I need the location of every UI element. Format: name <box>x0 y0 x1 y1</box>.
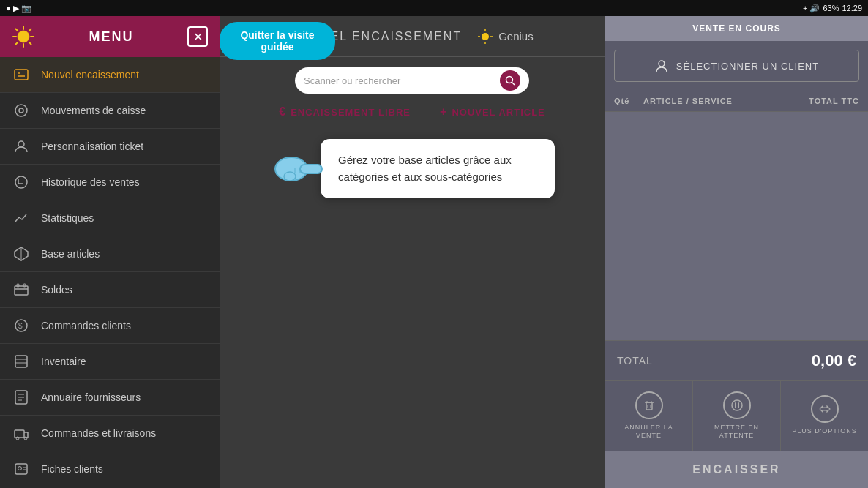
sidebar-item-inventaire[interactable]: Inventaire <box>0 344 220 380</box>
sidebar-label-statistiques: Statistiques <box>41 212 208 224</box>
plus-options-label: PLUS D'OPTIONS <box>792 427 857 436</box>
svg-point-0 <box>18 31 29 42</box>
svg-point-35 <box>18 467 22 470</box>
livraisons-icon <box>12 424 31 443</box>
plus-icon: + <box>440 105 447 119</box>
svg-rect-53 <box>300 165 322 173</box>
genius-badge: Genius <box>476 28 534 45</box>
svg-point-54 <box>284 172 296 181</box>
svg-rect-9 <box>15 70 28 80</box>
svg-point-45 <box>482 33 489 40</box>
sidebar-nav: Nouvel encaissement Mouvements de caisse <box>0 57 220 488</box>
status-bar: ● ▶ 📷 + 🔊 63% 12:29 <box>0 0 868 16</box>
svg-rect-65 <box>738 402 739 408</box>
annuler-vente-button[interactable]: ANNULER LAVENTE <box>605 381 693 451</box>
sidebar-label-historique: Historique des ventes <box>41 176 208 188</box>
genius-sun-icon <box>476 28 494 45</box>
svg-rect-64 <box>735 402 736 408</box>
vente-en-cours-tab[interactable]: VENTE EN COURS <box>605 16 868 41</box>
search-bar-row: Scanner ou rechercher <box>220 57 605 100</box>
table-body <box>605 112 868 340</box>
svg-line-8 <box>16 42 18 45</box>
sidebar-label-soldes: Soldes <box>41 284 208 296</box>
arrows-icon <box>811 395 839 423</box>
plus-options-button[interactable]: PLUS D'OPTIONS <box>781 381 868 451</box>
inventaire-icon <box>12 352 31 371</box>
svg-text:$: $ <box>18 322 23 330</box>
status-bar-left: ● ▶ 📷 <box>6 4 31 13</box>
col-qte: Qté <box>614 97 643 105</box>
pause-icon <box>723 391 751 419</box>
genius-label: Genius <box>498 30 534 42</box>
svg-point-14 <box>18 141 24 147</box>
sidebar-item-annuaire-fournisseurs[interactable]: Annuaire fournisseurs <box>0 380 220 416</box>
svg-rect-24 <box>15 356 27 367</box>
table-header: Qté ARTICLE / SERVICE TOTAL TTC <box>605 91 868 112</box>
svg-line-51 <box>512 83 515 86</box>
close-menu-button[interactable]: ✕ <box>187 26 208 47</box>
sidebar-label-fiches-clients: Fiches clients <box>41 463 208 475</box>
sidebar-item-fiches-clients[interactable]: Fiches clients <box>0 451 220 487</box>
sidebar-item-commandes-clients[interactable]: $ Commandes clients <box>0 308 220 344</box>
svg-point-63 <box>732 400 742 410</box>
encaissement-libre-label: ENCAISSEMENT LIBRE <box>291 107 411 118</box>
sidebar-item-mouvements-de-caisse[interactable]: Mouvements de caisse <box>0 93 220 129</box>
svg-line-5 <box>16 29 18 31</box>
sidebar-label-commandes-clients: Commandes clients <box>41 320 208 331</box>
sidebar-item-base-articles[interactable]: Base articles <box>0 236 220 272</box>
base-articles-icon <box>12 244 31 263</box>
fiches-clients-icon <box>12 459 31 478</box>
clock: 12:29 <box>842 4 862 12</box>
mettre-en-attente-button[interactable]: METTRE ENATTENTE <box>693 381 781 451</box>
svg-point-57 <box>659 61 665 67</box>
mouvements-icon <box>12 101 31 120</box>
encaisser-button[interactable]: ENCAISSER <box>605 451 868 488</box>
action-buttons-row: ANNULER LAVENTE METTRE ENATTENTE <box>605 380 868 451</box>
search-box[interactable]: Scanner ou rechercher <box>295 67 529 94</box>
battery-level: 63% <box>823 4 839 12</box>
nouvel-article-button[interactable]: + NOUVEL ARTICLE <box>440 105 545 119</box>
sidebar-label-mouvements: Mouvements de caisse <box>41 105 208 116</box>
nouvel-article-label: NOUVEL ARTICLE <box>452 107 545 118</box>
svg-rect-58 <box>646 402 652 410</box>
sidebar-label-base-articles: Base articles <box>41 248 208 260</box>
sidebar-item-historique-des-ventes[interactable]: Historique des ventes <box>0 165 220 200</box>
total-row: TOTAL 0,00 € <box>605 340 868 380</box>
menu-title: MENU <box>44 29 179 45</box>
main-content: NOUVEL ENCAISSEMENT Genius Quitter la vi… <box>220 16 605 488</box>
total-label: TOTAL <box>617 355 653 367</box>
sun-icon <box>12 25 35 48</box>
euro-icon: € <box>279 105 286 119</box>
nouvel-encaissement-icon <box>12 65 31 84</box>
select-client-button[interactable]: SÉLECTIONNER UN CLIENT <box>614 50 859 82</box>
sidebar-label-personnalisation: Personnalisation ticket <box>41 140 208 152</box>
trash-icon <box>635 391 663 419</box>
historique-icon <box>12 173 31 192</box>
annuaire-icon <box>12 388 31 407</box>
hand-pointer-icon <box>269 140 328 198</box>
encaissement-libre-button[interactable]: € ENCAISSEMENT LIBRE <box>279 105 411 119</box>
annuler-vente-label: ANNULER LAVENTE <box>624 424 673 440</box>
sidebar-label-inventaire: Inventaire <box>41 356 208 367</box>
person-icon <box>654 59 669 73</box>
tooltip-bubble: Gérez votre base articles grâce aux caté… <box>321 139 555 198</box>
sidebar-label-annuaire: Annuaire fournisseurs <box>41 391 208 403</box>
sidebar-item-soldes[interactable]: Soldes <box>0 272 220 308</box>
bluetooth-icon: + 🔊 <box>803 4 820 13</box>
search-button[interactable] <box>500 70 520 91</box>
sidebar-item-personnalisation-ticket[interactable]: Personnalisation ticket <box>0 129 220 165</box>
sidebar: MENU ✕ Nouvel encaissement <box>0 16 220 488</box>
col-article: ARTICLE / SERVICE <box>643 97 801 105</box>
search-icon <box>505 75 515 86</box>
svg-rect-31 <box>15 430 24 438</box>
statistiques-icon <box>12 209 31 228</box>
svg-point-13 <box>19 108 23 113</box>
search-placeholder: Scanner ou rechercher <box>304 75 494 86</box>
col-total: TOTAL TTC <box>801 97 859 105</box>
svg-point-50 <box>506 77 513 83</box>
sidebar-item-commandes-livraisons[interactable]: Commandes et livraisons <box>0 416 220 451</box>
quit-guided-tour-button[interactable]: Quitter la visite guidée <box>220 22 335 60</box>
sidebar-item-nouvel-encaissement[interactable]: Nouvel encaissement <box>0 57 220 93</box>
tooltip-text: Gérez votre base articles grâce aux caté… <box>338 154 512 183</box>
sidebar-item-statistiques[interactable]: Statistiques <box>0 200 220 236</box>
